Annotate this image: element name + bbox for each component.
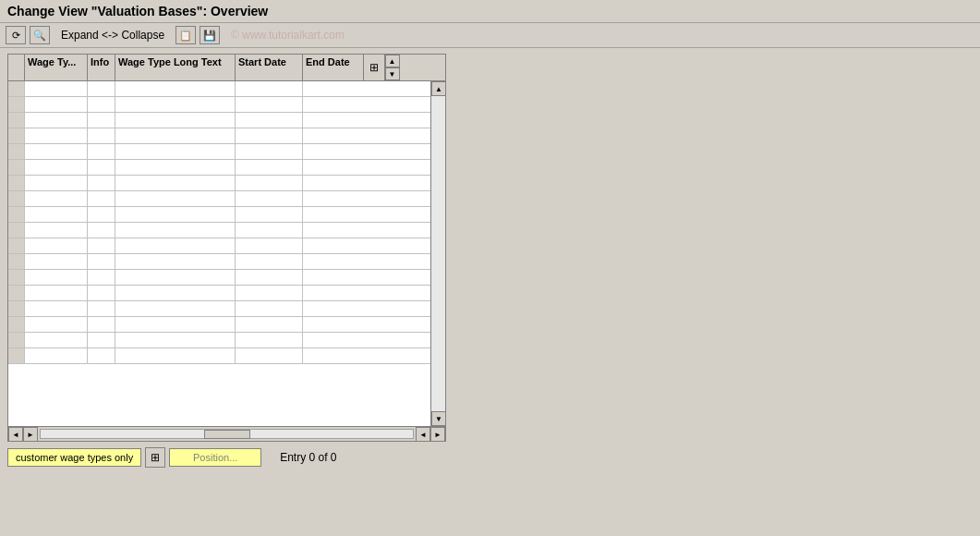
- search-icon: 🔍: [33, 30, 46, 42]
- cell-end-date: [303, 301, 364, 316]
- table-row[interactable]: [8, 160, 430, 176]
- col-header-wage-ty: Wage Ty...: [25, 55, 88, 80]
- cell-info: [88, 81, 115, 96]
- watermark: © www.tutorialkart.com: [231, 29, 345, 42]
- table-row[interactable]: [8, 176, 430, 191]
- cell-end-date: [303, 317, 364, 332]
- h-scroll-left-btn[interactable]: ◄: [8, 427, 23, 442]
- h-scroll-prev-btn[interactable]: ◄: [416, 427, 430, 442]
- col-header-long-text: Wage Type Long Text: [115, 55, 236, 80]
- table-row[interactable]: [8, 223, 430, 238]
- row-selector: [8, 128, 25, 143]
- cell-wage-ty: [25, 176, 88, 190]
- cell-info: [88, 254, 115, 269]
- col-header-info: Info: [88, 55, 115, 80]
- table-row[interactable]: [8, 238, 430, 254]
- cell-start-date: [236, 144, 303, 159]
- cell-long-text: [115, 128, 236, 143]
- position-icon-btn[interactable]: ⊞: [145, 447, 165, 468]
- row-selector: [8, 191, 25, 206]
- vertical-scrollbar: ▲ ▼: [430, 81, 445, 426]
- cell-wage-ty: [25, 97, 88, 112]
- table-row[interactable]: [8, 81, 430, 97]
- table-settings-icon[interactable]: ⊞: [364, 55, 384, 80]
- table-row[interactable]: [8, 128, 430, 144]
- table-row[interactable]: [8, 333, 430, 348]
- cell-end-date: [303, 286, 364, 300]
- table-row[interactable]: [8, 254, 430, 270]
- toolbar-btn-1[interactable]: ⟳: [6, 26, 26, 44]
- cell-start-date: [236, 238, 303, 253]
- cell-wage-ty: [25, 286, 88, 300]
- cell-end-date: [303, 81, 364, 96]
- table-row[interactable]: [8, 144, 430, 160]
- cell-info: [88, 144, 115, 159]
- table-row[interactable]: [8, 191, 430, 207]
- cell-end-date: [303, 144, 364, 159]
- cell-wage-ty: [25, 207, 88, 222]
- table-row[interactable]: [8, 286, 430, 301]
- row-selector: [8, 160, 25, 175]
- bottom-bar: customer wage types only ⊞ Position... E…: [7, 447, 973, 468]
- cell-start-date: [236, 81, 303, 96]
- vertical-scroll-up-area: ▲ ▼: [384, 55, 399, 80]
- cell-info: [88, 333, 115, 347]
- row-selector: [8, 81, 25, 96]
- table-row[interactable]: [8, 97, 430, 113]
- cell-info: [88, 286, 115, 300]
- cell-wage-ty: [25, 191, 88, 206]
- cell-end-date: [303, 176, 364, 190]
- cell-long-text: [115, 207, 236, 222]
- toolbar-btn-2[interactable]: 🔍: [30, 26, 50, 44]
- cell-long-text: [115, 81, 236, 96]
- entry-count: Entry 0 of 0: [280, 451, 336, 464]
- row-selector: [8, 113, 25, 128]
- cell-start-date: [236, 191, 303, 206]
- cell-start-date: [236, 97, 303, 112]
- h-scroll-next-btn[interactable]: ►: [430, 427, 445, 442]
- col-header-start-date: Start Date: [236, 55, 303, 80]
- table-row[interactable]: [8, 113, 430, 128]
- cell-start-date: [236, 333, 303, 347]
- h-scroll-right-btn2[interactable]: ►: [23, 427, 38, 442]
- cell-info: [88, 301, 115, 316]
- main-content: Wage Ty... Info Wage Type Long Text Star…: [0, 48, 980, 529]
- cell-long-text: [115, 286, 236, 300]
- scroll-up-button[interactable]: ▲: [431, 81, 445, 96]
- h-scroll-track[interactable]: [40, 429, 414, 439]
- table-row[interactable]: [8, 301, 430, 317]
- cell-start-date: [236, 160, 303, 175]
- cell-start-date: [236, 128, 303, 143]
- cell-long-text: [115, 113, 236, 128]
- position-btn[interactable]: Position...: [169, 448, 261, 467]
- scroll-down-button[interactable]: ▼: [431, 411, 445, 426]
- scroll-up-btn[interactable]: ▲: [385, 55, 400, 67]
- cell-wage-ty: [25, 144, 88, 159]
- cell-end-date: [303, 348, 364, 363]
- cell-start-date: [236, 176, 303, 190]
- cell-info: [88, 113, 115, 128]
- cell-long-text: [115, 191, 236, 206]
- copy-icon: 📋: [179, 30, 192, 42]
- cell-info: [88, 207, 115, 222]
- scroll-down-btn[interactable]: ▼: [385, 67, 400, 80]
- cell-wage-ty: [25, 348, 88, 363]
- toolbar-btn-3[interactable]: 📋: [175, 26, 196, 44]
- cell-start-date: [236, 286, 303, 300]
- cell-start-date: [236, 254, 303, 269]
- toolbar-btn-4[interactable]: 💾: [200, 26, 220, 44]
- cell-long-text: [115, 270, 236, 285]
- expand-collapse-label[interactable]: Expand <-> Collapse: [61, 29, 164, 42]
- refresh-icon: ⟳: [12, 30, 20, 42]
- cell-info: [88, 238, 115, 253]
- customer-wage-btn[interactable]: customer wage types only: [7, 448, 141, 467]
- cell-long-text: [115, 223, 236, 238]
- col-selector-header: [8, 55, 25, 80]
- table-row[interactable]: [8, 270, 430, 286]
- table-row[interactable]: [8, 317, 430, 333]
- table-row[interactable]: [8, 207, 430, 223]
- cell-wage-ty: [25, 81, 88, 96]
- row-selector: [8, 301, 25, 316]
- table-row[interactable]: [8, 348, 430, 364]
- cell-start-date: [236, 348, 303, 363]
